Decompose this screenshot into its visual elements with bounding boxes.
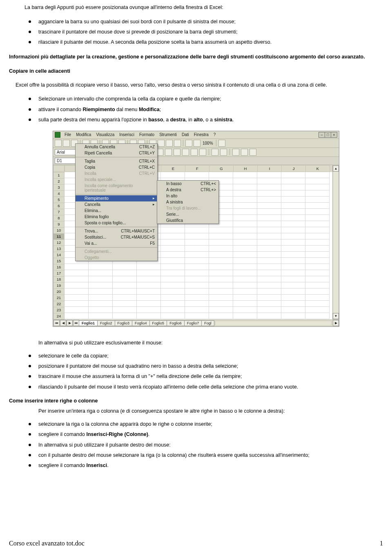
cell[interactable]: [305, 233, 330, 239]
submenu-item[interactable]: A destraCTRL+>: [157, 187, 218, 193]
menu-item[interactable]: Cancella▸: [76, 201, 157, 208]
cell[interactable]: [161, 313, 185, 319]
cell[interactable]: [305, 184, 330, 190]
cell[interactable]: [305, 227, 330, 233]
cell[interactable]: [185, 233, 209, 239]
row-header[interactable]: 18: [53, 277, 65, 283]
cell[interactable]: [89, 282, 113, 288]
column-header[interactable]: J: [282, 165, 306, 172]
cell[interactable]: [137, 307, 161, 313]
horizontal-scrollbar[interactable]: [215, 321, 332, 326]
menu-help[interactable]: ?: [213, 132, 217, 137]
cell[interactable]: [65, 276, 89, 282]
cell[interactable]: [89, 264, 113, 270]
cell[interactable]: [257, 197, 281, 203]
cell[interactable]: [233, 276, 257, 282]
cell[interactable]: [209, 288, 233, 295]
cell[interactable]: [161, 264, 185, 270]
row-header[interactable]: 12: [53, 240, 65, 246]
cell[interactable]: [113, 288, 137, 295]
cell[interactable]: [113, 282, 137, 288]
cell[interactable]: [209, 295, 233, 301]
cell[interactable]: [281, 203, 305, 209]
cell[interactable]: [161, 233, 185, 239]
row-header[interactable]: 13: [53, 246, 65, 252]
row-header[interactable]: 23: [53, 307, 65, 313]
scroll-track[interactable]: [333, 172, 339, 313]
menu-item[interactable]: CopiaCTRL+C: [76, 164, 157, 170]
menu-item[interactable]: Riempimento▸: [76, 195, 157, 201]
cell[interactable]: [161, 246, 185, 252]
cell[interactable]: [257, 252, 281, 258]
cell[interactable]: [257, 288, 281, 295]
cell[interactable]: [209, 172, 233, 178]
cell[interactable]: [209, 270, 233, 276]
cell[interactable]: [113, 313, 137, 319]
cell[interactable]: [113, 276, 137, 282]
menu-item[interactable]: Vai a...F5: [76, 240, 157, 246]
menu-modifica[interactable]: Modifica: [75, 132, 92, 137]
cell[interactable]: [137, 313, 161, 319]
cell[interactable]: [305, 282, 330, 288]
cell[interactable]: [305, 252, 330, 258]
cell[interactable]: [233, 197, 257, 203]
cell[interactable]: [161, 258, 185, 264]
sheet-nav-next-icon[interactable]: ▶: [67, 320, 73, 326]
sheet-tab[interactable]: Foglio7: [184, 320, 202, 326]
cell[interactable]: [257, 178, 281, 184]
cell[interactable]: [185, 227, 209, 233]
menu-inserisci[interactable]: Inserisci: [118, 132, 135, 137]
cell[interactable]: [89, 307, 113, 313]
cell[interactable]: [257, 209, 281, 215]
cell[interactable]: [257, 227, 281, 233]
cell[interactable]: [281, 313, 305, 319]
cell[interactable]: [305, 190, 330, 197]
cell[interactable]: [305, 258, 330, 264]
cell[interactable]: [185, 258, 209, 264]
cell[interactable]: [257, 172, 281, 178]
menu-item[interactable]: Ripeti CancellaCTRL+Y: [76, 150, 157, 156]
menu-item[interactable]: Sposta o copia foglio...: [76, 220, 157, 226]
cell[interactable]: [161, 301, 185, 307]
cell[interactable]: [305, 203, 330, 209]
cell[interactable]: [305, 276, 330, 282]
close-button[interactable]: ×: [331, 132, 337, 138]
cell[interactable]: [305, 197, 330, 203]
cell[interactable]: [65, 313, 89, 319]
menu-item[interactable]: Trova...CTRL+MAIUSC+T: [76, 228, 157, 234]
cell[interactable]: [209, 264, 233, 270]
cell[interactable]: [281, 295, 305, 301]
cell[interactable]: [257, 313, 281, 319]
row-header[interactable]: 5: [53, 197, 65, 203]
sheet-nav-first-icon[interactable]: ⏮: [53, 320, 60, 326]
cell[interactable]: [233, 246, 257, 252]
cell[interactable]: [281, 233, 305, 239]
cell[interactable]: [65, 301, 89, 307]
cell[interactable]: [233, 227, 257, 233]
cell[interactable]: [161, 282, 185, 288]
cell[interactable]: [305, 313, 330, 319]
cell[interactable]: [185, 172, 209, 178]
cell[interactable]: [113, 301, 137, 307]
cell[interactable]: [233, 282, 257, 288]
menu-item[interactable]: TagliaCTRL+X: [76, 158, 157, 164]
cell[interactable]: [209, 276, 233, 282]
column-header[interactable]: K: [306, 165, 330, 172]
cell[interactable]: [305, 295, 330, 301]
cell[interactable]: [305, 288, 330, 295]
row-header[interactable]: 7: [53, 209, 65, 215]
cell[interactable]: [233, 172, 257, 178]
cell[interactable]: [257, 258, 281, 264]
row-header[interactable]: 20: [53, 289, 65, 295]
menu-item[interactable]: Elimina foglio: [76, 214, 157, 220]
cell[interactable]: [137, 295, 161, 301]
submenu-item[interactable]: In alto: [157, 193, 218, 199]
sheet-tab[interactable]: Foglio2: [97, 320, 115, 326]
vertical-scrollbar[interactable]: ▲ ▼: [332, 165, 339, 320]
column-header[interactable]: G: [209, 165, 234, 172]
cell[interactable]: [161, 270, 185, 276]
sheet-tab[interactable]: Foglio6: [167, 320, 185, 326]
cell[interactable]: [233, 288, 257, 295]
sheet-tab[interactable]: Foglio1: [79, 320, 98, 326]
cell[interactable]: [233, 239, 257, 246]
